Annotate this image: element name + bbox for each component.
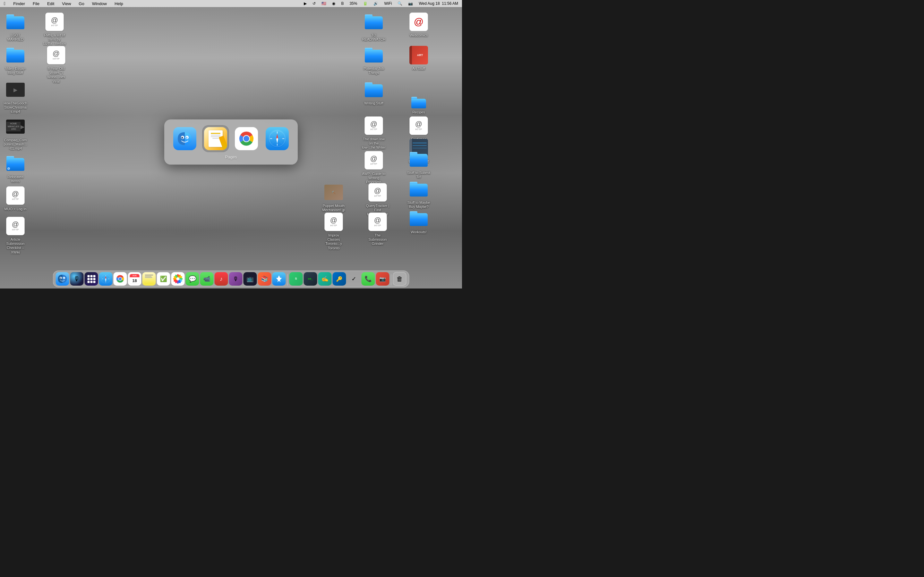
switcher-app-chrome[interactable]: [234, 126, 259, 151]
messages-icon: 💬: [188, 275, 196, 283]
dock-item-wunderlist[interactable]: ✓: [347, 272, 360, 285]
icon-label-writing: Writing Stuff: [363, 101, 384, 106]
timemachine-icon[interactable]: ↺: [311, 1, 317, 6]
switcher-app-safari[interactable]: [264, 126, 290, 151]
desktop-icon-i-got-married[interactable]: I GOT MARRIED: [3, 11, 28, 42]
dock-item-launchpad[interactable]: [85, 272, 98, 285]
1password-icon: 🔑: [336, 276, 342, 282]
dock-separator-2: [391, 274, 391, 285]
dock-item-scrivener[interactable]: S: [289, 272, 303, 285]
svg-point-6: [186, 137, 188, 139]
search-icon[interactable]: 🔍: [396, 1, 404, 6]
window-menu[interactable]: Window: [91, 1, 108, 6]
desktop-icon-gooch[interactable]: HowTheGoochStoleChristmas.mp4: [3, 79, 28, 114]
battery-icon[interactable]: 🔋: [362, 1, 369, 6]
iterm-icon: >>_: [308, 277, 313, 280]
apple-menu[interactable]: : [3, 1, 7, 6]
svg-point-28: [63, 277, 65, 279]
desktop-icon-article-submission[interactable]: @ HTTP Article Submission Checklist – XW…: [3, 216, 28, 255]
dock-item-facetime[interactable]: 📹: [200, 272, 214, 285]
dock-item-safari[interactable]: [99, 272, 113, 285]
desktop-icon-submission-grinder[interactable]: @ HTTP The Submission Grinder: [363, 211, 392, 247]
desktop-icon-video-essay[interactable]: Video-Essay-Blog Stuff: [3, 45, 28, 75]
desktop-icon-awp[interactable]: @ HTTP AWP- Guide to Writing Programs: [359, 150, 388, 185]
icon-label-recipes: Recipes: [411, 110, 426, 115]
menubar-left:  Finder File Edit View Go Window Help: [3, 1, 124, 6]
icon-label-gooch: HowTheGoochStoleChristmas.mp4: [3, 101, 28, 114]
desktop-icon-compaq[interactable]: HOMEMIRACLES1950 Compaq_Computers_Mash..…: [3, 116, 28, 151]
volume-icon[interactable]: 🔊: [372, 1, 380, 6]
dock-item-phone[interactable]: 📞: [362, 272, 375, 285]
icon-label-potential-job: Potential Job Things: [361, 66, 387, 75]
dock-item-reminders[interactable]: ✅: [157, 272, 170, 285]
dock-item-1password[interactable]: 🔑: [333, 272, 346, 285]
view-menu[interactable]: View: [61, 1, 72, 6]
dock-item-finder[interactable]: [56, 272, 69, 285]
play-icon[interactable]: ▶: [302, 1, 308, 6]
finder-menu[interactable]: Finder: [12, 1, 26, 6]
dock-item-iterm[interactable]: >>_: [304, 272, 317, 285]
dock-item-music[interactable]: ♪: [215, 272, 228, 285]
icon-label-stuff-submit: Stuff to Submit To!: [406, 171, 431, 179]
podcasts-icon: 🎙: [233, 276, 239, 282]
icon-label-webcomics: Webcomics: [409, 33, 429, 38]
desktop:  Finder File Edit View Go Window Help ▶…: [0, 0, 462, 288]
desktop-icon-relocated[interactable]: ↖ Relocated Items: [3, 153, 28, 184]
desktop-icon-art-stuff[interactable]: ART Art Stuff: [404, 45, 433, 71]
dock-item-omniwriter[interactable]: ✍️: [318, 272, 332, 285]
dock-item-chrome[interactable]: [113, 272, 127, 285]
icon-label-i-got-married: I GOT MARRIED: [3, 33, 28, 42]
desktop-icon-improv[interactable]: @ HTTP Improv Classes Toronto...y Toront…: [319, 211, 348, 251]
desktop-icon-webcomics[interactable]: @ Webcomics: [404, 11, 433, 38]
reminders-icon: ✅: [160, 276, 167, 282]
desktop-icon-stuff-submit[interactable]: Stuff to Submit To!: [404, 149, 433, 179]
trash-icon: 🗑: [397, 276, 403, 283]
app-switcher-label: Pages: [225, 155, 237, 159]
dock-item-tv[interactable]: 📺: [244, 272, 257, 285]
svg-point-38: [119, 277, 121, 280]
dock-item-appstore[interactable]: [272, 272, 286, 285]
svg-marker-31: [105, 279, 107, 282]
accessibility-icon[interactable]: ◉: [331, 1, 336, 6]
photos-icon: [173, 274, 183, 284]
help-menu[interactable]: Help: [113, 1, 124, 6]
desktop-icon-potential-job[interactable]: Potential Job Things: [359, 45, 388, 75]
dock-item-podcasts[interactable]: 🎙: [229, 272, 242, 285]
music-icon: ♪: [220, 276, 223, 282]
dock-item-siri[interactable]: 🎙: [70, 272, 84, 285]
dock-item-books[interactable]: 📚: [258, 272, 271, 285]
dock-item-calendar[interactable]: AUG 18: [128, 272, 142, 285]
icon-label-video-essay: Video-Essay-Blog Stuff: [3, 66, 28, 75]
books-icon: 📚: [261, 276, 268, 282]
dock-item-notes[interactable]: [142, 272, 156, 285]
notification-icon[interactable]: 📷: [407, 1, 414, 6]
svg-point-23: [276, 138, 278, 139]
battery-percentage: 35%: [348, 1, 359, 6]
switcher-app-finder[interactable]: [172, 126, 198, 151]
screenshot-icon: 📷: [380, 276, 386, 282]
desktop-icon-to-read[interactable]: TO READ/WATCH: [359, 11, 388, 42]
flag-icon[interactable]: 🇺🇸: [320, 1, 328, 6]
dock-item-photos[interactable]: [171, 272, 185, 285]
dock-separator: [288, 274, 288, 285]
switcher-app-pages[interactable]: [203, 126, 228, 151]
desktop-icon-8year[interactable]: @ HTTP 8-Year-Old Writes "I Wond...oes V…: [42, 45, 71, 84]
icon-label-improv: Improv Classes Toronto...y Toronto: [321, 233, 347, 251]
desktop-icon-workouts[interactable]: Workouts!: [404, 208, 433, 235]
edit-menu[interactable]: Edit: [46, 1, 55, 6]
go-menu[interactable]: Go: [78, 1, 86, 6]
icon-label-to-read: TO READ/WATCH: [361, 33, 387, 42]
dock-item-trash[interactable]: 🗑: [393, 272, 407, 285]
desktop-icon-writing[interactable]: Writing Stuff: [359, 79, 388, 106]
desktop-icon-muo[interactable]: @ HTTP MUO < Log In: [3, 185, 28, 211]
desktop-icon-maybe-buy[interactable]: Stuff to Maybe Buy Maybe?: [404, 179, 433, 210]
file-menu[interactable]: File: [31, 1, 41, 6]
wifi-icon[interactable]: WiFi: [383, 1, 393, 6]
facetime-icon: 📹: [204, 276, 210, 282]
desktop-icon-down-low[interactable]: @ HTTP The down low on the low-...he Wri…: [359, 115, 388, 150]
dock-item-messages[interactable]: 💬: [186, 272, 199, 285]
dock-item-screenshot[interactable]: 📷: [376, 272, 389, 285]
icon-label-down-low: The down low on the low-...he Writer: [361, 137, 387, 150]
desktop-icon-recipes[interactable]: Recipes: [404, 96, 433, 115]
bluetooth-icon[interactable]: B: [340, 1, 345, 6]
